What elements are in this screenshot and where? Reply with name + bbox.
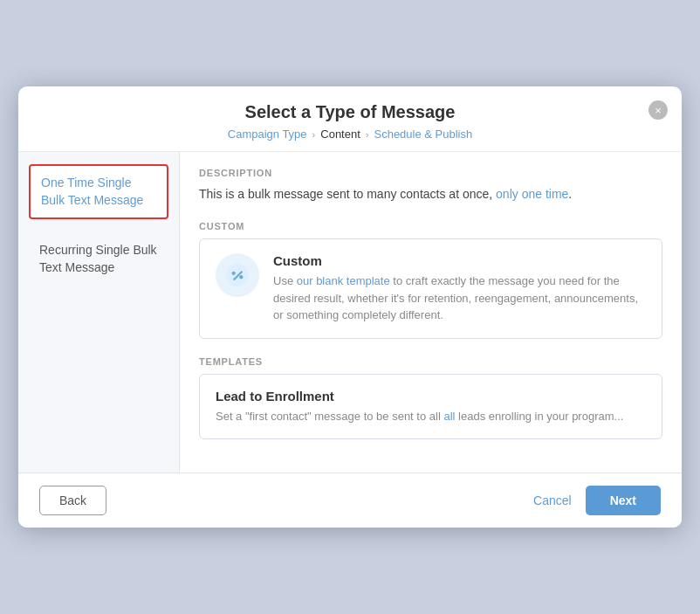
back-button[interactable]: Back	[39, 486, 106, 515]
custom-label: CUSTOM	[199, 221, 662, 231]
breadcrumb-schedule-publish[interactable]: Schedule & Publish	[374, 128, 472, 141]
sidebar-item-recurring[interactable]: Recurring Single Bulk Text Message	[29, 233, 168, 285]
description-text-normal: This is a bulk message sent to many cont…	[199, 187, 492, 201]
main-content: DESCRIPTION This is a bulk message sent …	[180, 152, 682, 473]
lead-enrollment-title: Lead to Enrollment	[216, 389, 623, 404]
sidebar: One Time Single Bulk Text Message Recurr…	[18, 152, 180, 473]
breadcrumb: Campaign Type › Content › Schedule & Pub…	[39, 128, 661, 141]
description-section: DESCRIPTION This is a bulk message sent …	[199, 168, 662, 204]
next-button[interactable]: Next	[586, 486, 661, 515]
modal-body: One Time Single Bulk Text Message Recurr…	[18, 152, 682, 473]
lead-desc-end: leads enrolling in your program...	[455, 410, 623, 423]
lead-enrollment-desc: Set a "first contact" message to be sent…	[216, 408, 623, 425]
description-text-highlight: only one time	[492, 187, 568, 201]
modal: Select a Type of Message Campaign Type ›…	[18, 86, 682, 528]
custom-desc-start: Use	[273, 274, 297, 287]
custom-card-desc: Use our blank template to craft exactly …	[273, 273, 646, 324]
modal-overlay: Select a Type of Message Campaign Type ›…	[0, 0, 700, 614]
templates-section: TEMPLATES Lead to Enrollment Set a "firs…	[199, 356, 662, 440]
modal-header: Select a Type of Message Campaign Type ›…	[18, 86, 682, 152]
footer-right: Cancel Next	[533, 486, 661, 515]
custom-card[interactable]: Custom Use our blank template to craft e…	[199, 238, 662, 339]
description-text: This is a bulk message sent to many cont…	[199, 185, 662, 204]
custom-card-title: Custom	[273, 253, 646, 268]
lead-desc-start: Set a "first contact" message to be sent…	[216, 410, 441, 423]
custom-section: CUSTOM Custom Use our blank template to …	[199, 221, 662, 339]
modal-footer: Back Cancel Next	[18, 473, 682, 528]
custom-card-icon	[216, 253, 259, 297]
lead-enrollment-card[interactable]: Lead to Enrollment Set a "first contact"…	[199, 374, 662, 440]
custom-card-text: Custom Use our blank template to craft e…	[273, 253, 646, 324]
description-label: DESCRIPTION	[199, 168, 662, 178]
modal-title: Select a Type of Message	[39, 102, 661, 122]
custom-desc-link[interactable]: our blank template	[297, 274, 390, 287]
lead-desc-link: all	[441, 410, 456, 423]
breadcrumb-content[interactable]: Content	[320, 128, 360, 141]
breadcrumb-sep-1: ›	[312, 129, 316, 140]
sidebar-item-one-time[interactable]: One Time Single Bulk Text Message	[29, 164, 168, 219]
close-button[interactable]: ×	[649, 100, 668, 120]
lead-enrollment-text: Lead to Enrollment Set a "first contact"…	[216, 389, 623, 425]
templates-label: TEMPLATES	[199, 356, 662, 367]
breadcrumb-sep-2: ›	[366, 129, 369, 140]
description-text-end: .	[568, 187, 572, 201]
breadcrumb-campaign-type[interactable]: Campaign Type	[228, 128, 307, 141]
cancel-button[interactable]: Cancel	[533, 493, 572, 507]
